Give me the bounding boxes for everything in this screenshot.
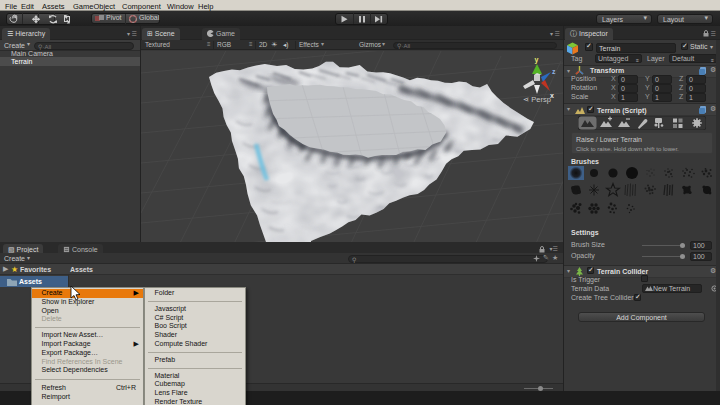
svg-text:⋖ Persp: ⋖ Persp <box>523 95 551 104</box>
svg-text:z: z <box>552 68 556 75</box>
svg-text:y: y <box>535 56 539 64</box>
